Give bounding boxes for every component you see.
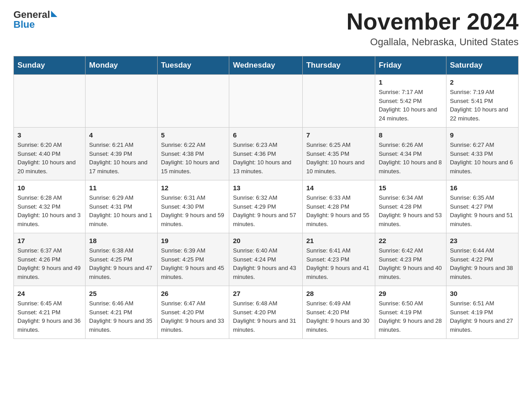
day-info: Sunrise: 6:39 AM Sunset: 4:25 PM Dayligh… — [161, 246, 226, 281]
day-info: Sunrise: 6:40 AM Sunset: 4:24 PM Dayligh… — [233, 246, 299, 281]
day-info: Sunrise: 6:38 AM Sunset: 4:25 PM Dayligh… — [89, 246, 153, 281]
day-number: 28 — [306, 290, 371, 297]
calendar-cell: 2Sunrise: 7:19 AM Sunset: 5:41 PM Daylig… — [446, 75, 518, 128]
calendar-cell: 9Sunrise: 6:27 AM Sunset: 4:33 PM Daylig… — [446, 128, 518, 180]
day-info: Sunrise: 6:22 AM Sunset: 4:38 PM Dayligh… — [161, 141, 226, 176]
calendar-cell: 1Sunrise: 7:17 AM Sunset: 5:42 PM Daylig… — [375, 75, 446, 128]
day-info: Sunrise: 6:31 AM Sunset: 4:30 PM Dayligh… — [161, 193, 226, 228]
calendar-cell: 5Sunrise: 6:22 AM Sunset: 4:38 PM Daylig… — [157, 128, 229, 180]
day-number: 3 — [17, 131, 82, 139]
logo-triangle-icon — [51, 11, 57, 17]
calendar-cell: 4Sunrise: 6:21 AM Sunset: 4:39 PM Daylig… — [86, 128, 157, 180]
day-info: Sunrise: 7:19 AM Sunset: 5:41 PM Dayligh… — [450, 88, 515, 123]
day-number: 27 — [233, 290, 299, 297]
day-number: 20 — [233, 237, 299, 244]
day-number: 25 — [89, 290, 153, 297]
day-info: Sunrise: 6:46 AM Sunset: 4:21 PM Dayligh… — [89, 299, 153, 334]
day-number: 1 — [379, 78, 442, 86]
day-number: 13 — [233, 184, 299, 192]
day-info: Sunrise: 6:45 AM Sunset: 4:21 PM Dayligh… — [17, 299, 82, 334]
calendar-week-row: 3Sunrise: 6:20 AM Sunset: 4:40 PM Daylig… — [14, 128, 519, 180]
calendar-cell — [157, 75, 229, 128]
day-number: 7 — [306, 131, 371, 139]
calendar-week-row: 1Sunrise: 7:17 AM Sunset: 5:42 PM Daylig… — [14, 75, 519, 128]
day-info: Sunrise: 6:27 AM Sunset: 4:33 PM Dayligh… — [450, 141, 515, 176]
calendar-cell: 23Sunrise: 6:44 AM Sunset: 4:22 PM Dayli… — [446, 233, 518, 286]
title-block: November 2024 Ogallala, Nebraska, United… — [347, 9, 519, 48]
logo: General Blue — [13, 9, 57, 30]
logo-blue-text: Blue — [13, 19, 35, 30]
day-number: 8 — [379, 131, 442, 139]
day-info: Sunrise: 6:26 AM Sunset: 4:34 PM Dayligh… — [379, 141, 442, 176]
day-number: 12 — [161, 184, 226, 192]
day-info: Sunrise: 6:51 AM Sunset: 4:19 PM Dayligh… — [450, 299, 515, 334]
day-number: 26 — [161, 290, 226, 297]
calendar-cell: 3Sunrise: 6:20 AM Sunset: 4:40 PM Daylig… — [14, 128, 86, 180]
day-number: 10 — [17, 184, 82, 192]
day-info: Sunrise: 6:21 AM Sunset: 4:39 PM Dayligh… — [89, 141, 153, 176]
day-info: Sunrise: 6:41 AM Sunset: 4:23 PM Dayligh… — [306, 246, 371, 281]
calendar-week-row: 24Sunrise: 6:45 AM Sunset: 4:21 PM Dayli… — [14, 286, 519, 339]
day-number: 11 — [89, 184, 153, 192]
day-number: 15 — [379, 184, 442, 192]
calendar-cell: 14Sunrise: 6:33 AM Sunset: 4:28 PM Dayli… — [302, 180, 375, 233]
calendar-cell: 16Sunrise: 6:35 AM Sunset: 4:27 PM Dayli… — [446, 180, 518, 233]
day-info: Sunrise: 6:37 AM Sunset: 4:26 PM Dayligh… — [17, 246, 82, 281]
calendar-cell: 8Sunrise: 6:26 AM Sunset: 4:34 PM Daylig… — [375, 128, 446, 180]
calendar-cell: 12Sunrise: 6:31 AM Sunset: 4:30 PM Dayli… — [157, 180, 229, 233]
calendar-cell: 6Sunrise: 6:23 AM Sunset: 4:36 PM Daylig… — [229, 128, 303, 180]
calendar-cell: 19Sunrise: 6:39 AM Sunset: 4:25 PM Dayli… — [157, 233, 229, 286]
weekday-header-thursday: Thursday — [302, 56, 375, 75]
weekday-header-saturday: Saturday — [446, 56, 518, 75]
day-number: 5 — [161, 131, 226, 139]
calendar-cell: 11Sunrise: 6:29 AM Sunset: 4:31 PM Dayli… — [86, 180, 157, 233]
page-header: General Blue November 2024 Ogallala, Neb… — [13, 9, 519, 48]
day-info: Sunrise: 6:25 AM Sunset: 4:35 PM Dayligh… — [306, 141, 371, 176]
day-info: Sunrise: 6:29 AM Sunset: 4:31 PM Dayligh… — [89, 193, 153, 228]
calendar-cell: 15Sunrise: 6:34 AM Sunset: 4:28 PM Dayli… — [375, 180, 446, 233]
calendar-cell: 29Sunrise: 6:50 AM Sunset: 4:19 PM Dayli… — [375, 286, 446, 339]
weekday-header-friday: Friday — [375, 56, 446, 75]
calendar-cell: 27Sunrise: 6:48 AM Sunset: 4:20 PM Dayli… — [229, 286, 303, 339]
calendar-cell: 17Sunrise: 6:37 AM Sunset: 4:26 PM Dayli… — [14, 233, 86, 286]
day-number: 2 — [450, 78, 515, 86]
calendar-week-row: 10Sunrise: 6:28 AM Sunset: 4:32 PM Dayli… — [14, 180, 519, 233]
day-info: Sunrise: 6:47 AM Sunset: 4:20 PM Dayligh… — [161, 299, 226, 334]
weekday-header-sunday: Sunday — [14, 56, 86, 75]
location-text: Ogallala, Nebraska, United States — [347, 36, 519, 48]
calendar-cell — [302, 75, 375, 128]
day-number: 17 — [17, 237, 82, 244]
calendar-cell — [229, 75, 303, 128]
day-number: 9 — [450, 131, 515, 139]
day-info: Sunrise: 7:17 AM Sunset: 5:42 PM Dayligh… — [379, 88, 442, 123]
day-number: 22 — [379, 237, 442, 244]
calendar-cell: 18Sunrise: 6:38 AM Sunset: 4:25 PM Dayli… — [86, 233, 157, 286]
calendar-cell: 22Sunrise: 6:42 AM Sunset: 4:23 PM Dayli… — [375, 233, 446, 286]
day-number: 4 — [89, 131, 153, 139]
day-number: 16 — [450, 184, 515, 192]
calendar-cell — [86, 75, 157, 128]
calendar-cell: 25Sunrise: 6:46 AM Sunset: 4:21 PM Dayli… — [86, 286, 157, 339]
day-info: Sunrise: 6:28 AM Sunset: 4:32 PM Dayligh… — [17, 193, 82, 228]
day-number: 21 — [306, 237, 371, 244]
day-info: Sunrise: 6:35 AM Sunset: 4:27 PM Dayligh… — [450, 193, 515, 228]
day-info: Sunrise: 6:44 AM Sunset: 4:22 PM Dayligh… — [450, 246, 515, 281]
day-number: 14 — [306, 184, 371, 192]
day-info: Sunrise: 6:34 AM Sunset: 4:28 PM Dayligh… — [379, 193, 442, 228]
calendar-table: SundayMondayTuesdayWednesdayThursdayFrid… — [13, 56, 519, 339]
weekday-header-monday: Monday — [86, 56, 157, 75]
day-number: 18 — [89, 237, 153, 244]
day-number: 30 — [450, 290, 515, 297]
day-number: 19 — [161, 237, 226, 244]
day-number: 23 — [450, 237, 515, 244]
calendar-cell: 28Sunrise: 6:49 AM Sunset: 4:20 PM Dayli… — [302, 286, 375, 339]
day-info: Sunrise: 6:48 AM Sunset: 4:20 PM Dayligh… — [233, 299, 299, 334]
calendar-cell: 13Sunrise: 6:32 AM Sunset: 4:29 PM Dayli… — [229, 180, 303, 233]
day-info: Sunrise: 6:20 AM Sunset: 4:40 PM Dayligh… — [17, 141, 82, 176]
calendar-cell: 24Sunrise: 6:45 AM Sunset: 4:21 PM Dayli… — [14, 286, 86, 339]
calendar-cell: 30Sunrise: 6:51 AM Sunset: 4:19 PM Dayli… — [446, 286, 518, 339]
calendar-cell — [14, 75, 86, 128]
day-number: 6 — [233, 131, 299, 139]
day-info: Sunrise: 6:50 AM Sunset: 4:19 PM Dayligh… — [379, 299, 442, 334]
day-info: Sunrise: 6:42 AM Sunset: 4:23 PM Dayligh… — [379, 246, 442, 281]
